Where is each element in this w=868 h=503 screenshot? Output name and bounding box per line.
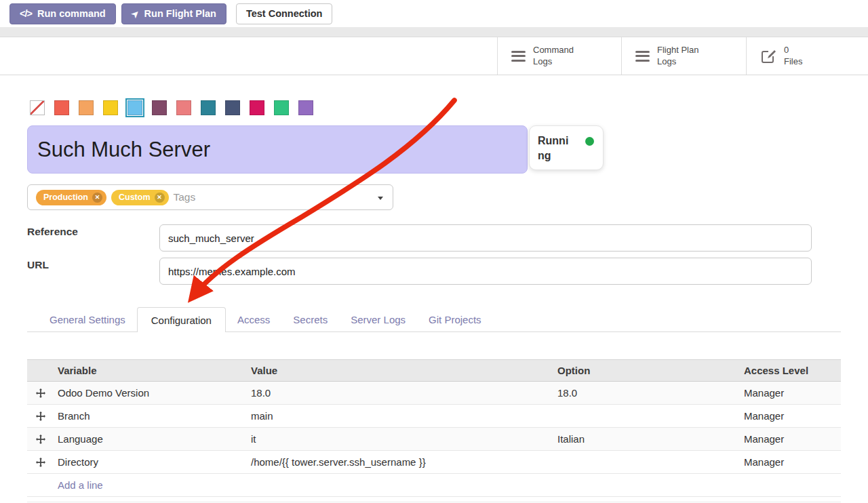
tab-configuration[interactable]: Configuration: [137, 307, 226, 332]
tab-access[interactable]: Access: [226, 307, 281, 331]
tab-git-projects[interactable]: Git Projects: [417, 307, 493, 331]
stat-label-line: Logs: [533, 56, 574, 68]
run-flight-plan-label: Run Flight Plan: [144, 8, 216, 19]
paper-plane-icon: ➤: [129, 7, 141, 20]
tags-field[interactable]: Production ✕ Custom ✕ Tags: [27, 184, 393, 210]
cell-variable[interactable]: Branch: [54, 410, 248, 422]
section-divider: [27, 502, 841, 502]
files-stat-button[interactable]: 0 Files: [746, 37, 868, 75]
color-swatch-green[interactable]: [274, 100, 289, 115]
run-command-label: Run command: [37, 8, 106, 19]
stat-label-line: Command: [533, 45, 574, 56]
flight-plan-logs-stat-button[interactable]: Flight Plan Logs: [621, 37, 746, 75]
url-label: URL: [27, 259, 49, 271]
code-icon: </>: [20, 8, 32, 19]
cell-value[interactable]: /home/{{ tower.server.ssh_username }}: [248, 456, 554, 468]
cell-access-level[interactable]: Manager: [741, 433, 841, 445]
column-header-access-level: Access Level: [741, 365, 841, 376]
list-lines-icon: [511, 51, 526, 62]
tag-label: Custom: [119, 193, 151, 202]
color-swatch-salmon[interactable]: [176, 100, 191, 115]
notebook-tabs: General Settings Configuration Access Se…: [27, 307, 841, 332]
files-count: 0: [784, 45, 802, 56]
color-picker: [30, 100, 313, 115]
table-row[interactable]: Language it Italian Manager: [27, 428, 841, 451]
cell-value[interactable]: it: [248, 433, 554, 445]
reference-input[interactable]: [159, 224, 812, 252]
dropdown-caret-icon[interactable]: [378, 197, 383, 200]
tab-server-logs[interactable]: Server Logs: [339, 307, 417, 331]
cell-option[interactable]: 18.0: [554, 387, 741, 399]
cell-variable[interactable]: Odoo Demo Version: [54, 387, 248, 399]
add-a-line-link[interactable]: Add a line: [58, 479, 103, 491]
remove-tag-icon[interactable]: ✕: [155, 193, 165, 203]
color-swatch-dark-blue[interactable]: [225, 100, 240, 115]
table-row[interactable]: Directory /home/{{ tower.server.ssh_user…: [27, 451, 841, 474]
command-logs-stat-button[interactable]: Command Logs: [497, 37, 621, 75]
color-swatch-orange[interactable]: [79, 100, 94, 115]
status-label: Running: [538, 134, 573, 163]
status-card: Running: [529, 125, 604, 170]
reference-label: Reference: [27, 226, 78, 238]
drag-handle-icon[interactable]: [36, 435, 45, 444]
remove-tag-icon[interactable]: ✕: [92, 193, 102, 203]
cell-value[interactable]: main: [248, 410, 554, 422]
status-running-dot: [585, 137, 594, 146]
top-toolbar: </> Run command ➤ Run Flight Plan Test C…: [0, 0, 868, 27]
cell-option[interactable]: Italian: [554, 433, 741, 445]
tag-production[interactable]: Production ✕: [36, 190, 106, 205]
color-swatch-purple[interactable]: [298, 100, 313, 115]
run-flight-plan-button[interactable]: ➤ Run Flight Plan: [121, 3, 226, 24]
stat-label-line: Flight Plan: [657, 45, 698, 56]
cell-access-level[interactable]: Manager: [741, 387, 841, 399]
color-swatch-no-color[interactable]: [30, 100, 45, 115]
cell-access-level[interactable]: Manager: [741, 410, 841, 422]
color-swatch-magenta[interactable]: [250, 100, 264, 115]
server-name-input[interactable]: [27, 125, 528, 174]
table-header-row: Variable Value Option Access Level: [27, 359, 841, 382]
color-swatch-cyan-selected[interactable]: [127, 100, 142, 115]
tag-label: Production: [43, 193, 88, 202]
tab-secrets[interactable]: Secrets: [281, 307, 339, 331]
cell-variable[interactable]: Directory: [54, 456, 248, 468]
table-row[interactable]: Odoo Demo Version 18.0 18.0 Manager: [27, 382, 841, 405]
tab-general-settings[interactable]: General Settings: [38, 307, 137, 331]
color-swatch-yellow[interactable]: [103, 100, 118, 115]
drag-handle-icon[interactable]: [36, 388, 45, 398]
cell-value[interactable]: 18.0: [248, 387, 554, 399]
gray-divider-band: [0, 27, 868, 37]
cell-access-level[interactable]: Manager: [741, 456, 841, 468]
configuration-table: Variable Value Option Access Level Odoo …: [27, 359, 841, 497]
files-label: Files: [784, 56, 802, 68]
stat-label-line: Logs: [657, 56, 698, 68]
tags-placeholder: Tags: [174, 191, 196, 203]
column-header-variable: Variable: [54, 365, 248, 376]
edit-files-icon: [760, 48, 776, 64]
run-command-button[interactable]: </> Run command: [9, 3, 116, 24]
stat-button-box: Command Logs Flight Plan Logs 0 Files: [497, 37, 868, 75]
url-input[interactable]: [159, 258, 812, 285]
column-header-option: Option: [554, 365, 741, 376]
color-swatch-red[interactable]: [54, 100, 69, 115]
test-connection-button[interactable]: Test Connection: [236, 3, 333, 24]
drag-handle-icon[interactable]: [36, 411, 45, 421]
color-swatch-dark-purple[interactable]: [152, 100, 167, 115]
table-row[interactable]: Branch main Manager: [27, 405, 841, 428]
drag-handle-icon[interactable]: [36, 458, 45, 467]
tag-custom[interactable]: Custom ✕: [111, 190, 169, 205]
column-header-value: Value: [248, 365, 554, 376]
cell-variable[interactable]: Language: [54, 433, 248, 445]
list-lines-icon: [635, 51, 650, 62]
color-swatch-teal[interactable]: [201, 100, 216, 115]
add-line-row: Add a line: [27, 474, 841, 497]
